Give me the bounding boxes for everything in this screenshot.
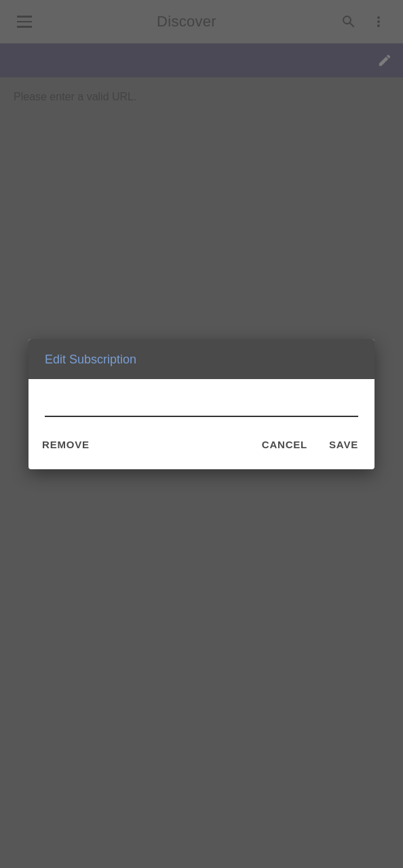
cancel-button[interactable]: CANCEL <box>256 433 313 456</box>
dialog-title: Edit Subscription <box>45 353 358 367</box>
dialog-overlay: Edit Subscription REMOVE CANCEL SAVE <box>0 0 403 868</box>
save-button[interactable]: SAVE <box>324 433 364 456</box>
edit-subscription-dialog: Edit Subscription REMOVE CANCEL SAVE <box>28 339 375 469</box>
dialog-actions: REMOVE CANCEL SAVE <box>28 425 375 469</box>
remove-button[interactable]: REMOVE <box>39 433 256 456</box>
dialog-header: Edit Subscription <box>28 339 375 379</box>
subscription-url-input[interactable] <box>45 395 358 417</box>
dialog-right-actions: CANCEL SAVE <box>256 433 364 456</box>
dialog-body <box>28 379 375 425</box>
